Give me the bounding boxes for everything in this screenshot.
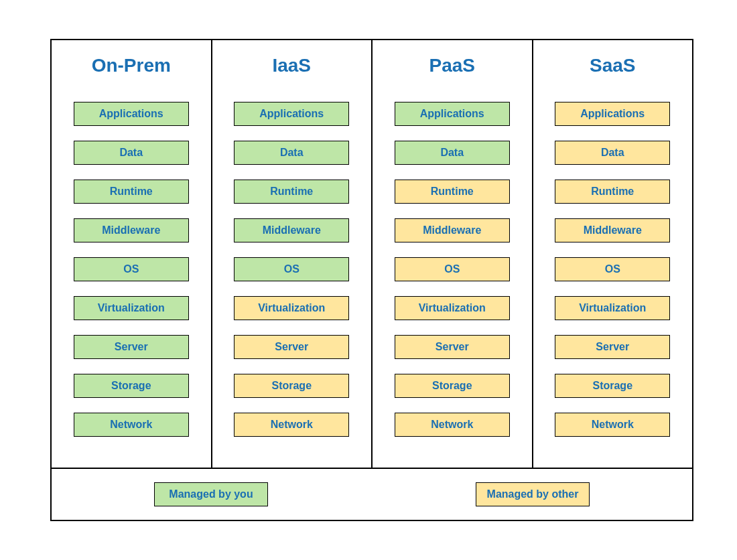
layer-box: Server: [555, 335, 670, 359]
layer-box: Runtime: [555, 180, 670, 204]
layer-box: Data: [555, 141, 670, 165]
layer-box: Network: [74, 413, 189, 437]
legend-managed-by-you: Managed by you: [154, 482, 268, 506]
layer-box: Virtualization: [74, 296, 189, 320]
layer-box: Network: [234, 413, 349, 437]
column-saas: SaaS Applications Data Runtime Middlewar…: [533, 40, 693, 468]
column-iaas: IaaS Applications Data Runtime Middlewar…: [212, 40, 373, 468]
layer-box: Storage: [74, 374, 189, 398]
layer-box: OS: [74, 257, 189, 281]
layer-box: Storage: [555, 374, 670, 398]
column-title: PaaS: [429, 55, 476, 76]
layer-box: Middleware: [395, 218, 510, 242]
layer-box: Runtime: [234, 180, 349, 204]
layer-box: Storage: [234, 374, 349, 398]
layer-box: Network: [395, 413, 510, 437]
column-onprem: On-Prem Applications Data Runtime Middle…: [52, 40, 212, 468]
layer-box: OS: [395, 257, 510, 281]
layer-box: Applications: [234, 102, 349, 126]
layer-box: Network: [555, 413, 670, 437]
layer-box: Applications: [555, 102, 670, 126]
layer-box: Virtualization: [555, 296, 670, 320]
layer-box: Storage: [395, 374, 510, 398]
layer-box: Server: [234, 335, 349, 359]
layer-box: Virtualization: [395, 296, 510, 320]
layer-box: Applications: [395, 102, 510, 126]
layer-box: Data: [395, 141, 510, 165]
layer-stack: Applications Data Runtime Middleware OS …: [555, 102, 670, 437]
column-title: SaaS: [590, 55, 636, 76]
column-paas: PaaS Applications Data Runtime Middlewar…: [373, 40, 533, 468]
layer-box: Runtime: [74, 180, 189, 204]
layer-box: Server: [74, 335, 189, 359]
layer-box: OS: [555, 257, 670, 281]
layer-box: OS: [234, 257, 349, 281]
legend-row: Managed by you Managed by other: [52, 468, 692, 520]
layer-stack: Applications Data Runtime Middleware OS …: [234, 102, 349, 437]
layer-box: Middleware: [555, 218, 670, 242]
column-title: IaaS: [272, 55, 311, 76]
column-title: On-Prem: [92, 55, 171, 76]
layer-box: Server: [395, 335, 510, 359]
layer-box: Data: [74, 141, 189, 165]
layer-box: Middleware: [234, 218, 349, 242]
columns-row: On-Prem Applications Data Runtime Middle…: [52, 40, 692, 468]
layer-box: Runtime: [395, 180, 510, 204]
layer-box: Virtualization: [234, 296, 349, 320]
layer-box: Data: [234, 141, 349, 165]
layer-box: Middleware: [74, 218, 189, 242]
diagram-container: On-Prem Applications Data Runtime Middle…: [50, 39, 693, 521]
legend-managed-by-other: Managed by other: [476, 482, 590, 506]
layer-box: Applications: [74, 102, 189, 126]
layer-stack: Applications Data Runtime Middleware OS …: [395, 102, 510, 437]
layer-stack: Applications Data Runtime Middleware OS …: [74, 102, 189, 437]
